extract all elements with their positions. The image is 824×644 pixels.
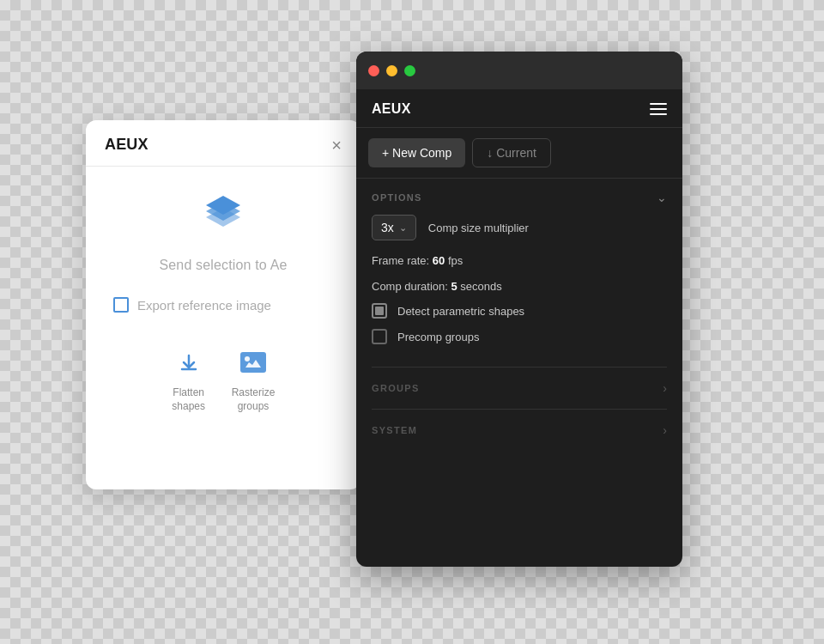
detect-shapes-label: Detect parametric shapes (397, 305, 524, 318)
dark-panel: AEUX + New Comp ↓ Current OPTIONS ⌄ 3x ⌄ (356, 52, 682, 567)
comp-duration-row: Comp duration: 5 seconds (372, 278, 667, 295)
new-comp-tab-label: + New Comp (382, 146, 451, 160)
export-label: Export reference image (137, 298, 271, 313)
hamburger-menu-button[interactable] (650, 103, 667, 115)
options-body: 3x ⌄ Comp size multiplier Frame rate: 60… (372, 204, 667, 344)
comp-duration-value: 5 (451, 280, 457, 293)
flatten-shapes-button[interactable]: Flattenshapes (172, 345, 206, 413)
options-section: OPTIONS ⌄ 3x ⌄ Comp size multiplier Fram… (356, 179, 682, 367)
export-checkbox-row: Export reference image (113, 297, 271, 313)
light-panel: AEUX × Send selection to Ae Export refer… (86, 120, 360, 489)
flatten-label: Flattenshapes (172, 386, 205, 413)
system-chevron-icon: › (663, 423, 667, 437)
maximize-button[interactable] (404, 65, 415, 76)
new-comp-tab[interactable]: + New Comp (368, 138, 465, 167)
multiplier-label: Comp size multiplier (428, 222, 529, 234)
export-checkbox[interactable] (113, 297, 129, 313)
precomp-groups-row: Precomp groups (372, 329, 667, 344)
detect-shapes-row: Detect parametric shapes (372, 303, 667, 319)
close-button[interactable] (368, 65, 379, 76)
dark-app-header: AEUX (356, 89, 682, 128)
current-tab-label: ↓ Current (487, 146, 536, 160)
light-panel-body: Send selection to Ae Export reference im… (86, 167, 360, 489)
groups-title: GROUPS (372, 383, 420, 393)
hamburger-line-2 (650, 108, 667, 110)
tabs-row: + New Comp ↓ Current (356, 128, 682, 179)
options-chevron-icon: ⌄ (657, 191, 667, 204)
close-icon[interactable]: × (331, 137, 342, 154)
frame-rate-label: Frame rate: (372, 254, 433, 267)
frame-rate-row: Frame rate: 60 fps (372, 252, 667, 270)
detect-shapes-checkbox[interactable] (372, 303, 387, 319)
system-title: SYSTEM (372, 425, 417, 435)
titlebar (356, 52, 682, 89)
layers-icon-container (199, 192, 247, 244)
precomp-groups-label: Precomp groups (397, 331, 479, 343)
hamburger-line-3 (650, 113, 667, 115)
comp-duration-label: Comp duration: (372, 280, 451, 293)
svg-rect-4 (240, 352, 266, 373)
frame-rate-unit: fps (445, 254, 463, 267)
multiplier-row: 3x ⌄ Comp size multiplier (372, 215, 667, 240)
chevron-down-icon: ⌄ (399, 222, 407, 234)
hamburger-line-1 (650, 103, 667, 105)
groups-chevron-icon: › (663, 381, 667, 395)
layers-icon (199, 192, 247, 240)
rasterize-label: Rasterizegroups (232, 386, 276, 413)
rasterize-groups-button[interactable]: Rasterizegroups (232, 345, 276, 413)
options-title: OPTIONS (372, 192, 422, 203)
groups-section[interactable]: GROUPS › (356, 368, 682, 409)
action-buttons-row: Flattenshapes Rasterizegroups (105, 345, 342, 413)
multiplier-value: 3x (381, 221, 394, 234)
minimize-button[interactable] (386, 65, 397, 76)
light-panel-header: AEUX × (86, 120, 360, 167)
send-selection-label: Send selection to Ae (159, 258, 287, 273)
dark-app-title: AEUX (372, 101, 411, 117)
light-panel-title: AEUX (105, 136, 148, 154)
options-header[interactable]: OPTIONS ⌄ (372, 191, 667, 204)
svg-point-5 (245, 356, 250, 361)
frame-rate-value: 60 (433, 254, 445, 267)
precomp-groups-checkbox[interactable] (372, 329, 387, 344)
system-section[interactable]: SYSTEM › (356, 410, 682, 451)
comp-duration-unit: seconds (457, 280, 502, 293)
flatten-icon (172, 345, 206, 380)
rasterize-icon (236, 345, 270, 380)
current-tab[interactable]: ↓ Current (472, 138, 551, 167)
multiplier-select[interactable]: 3x ⌄ (372, 215, 416, 240)
